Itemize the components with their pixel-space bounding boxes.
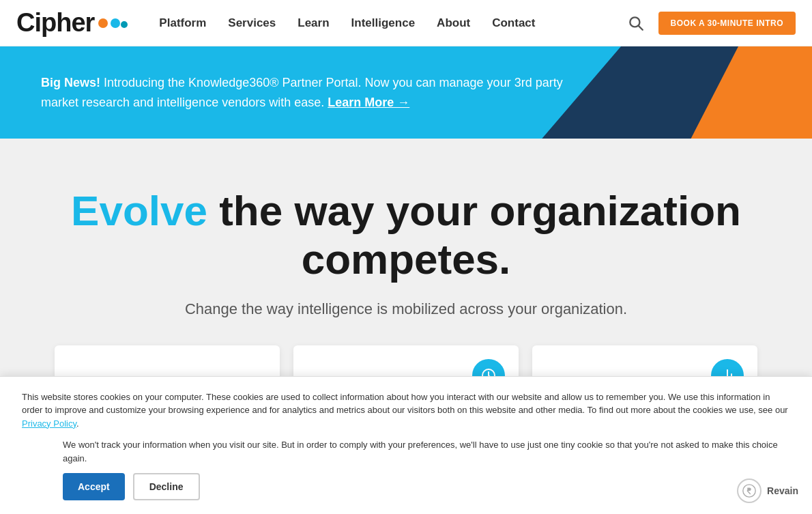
hero-headline-rest: the way your organization competes. [207,187,741,283]
dot-teal [121,21,128,28]
dot-orange [98,18,108,28]
search-icon [627,14,645,32]
svg-line-1 [638,25,642,29]
banner-bold: Big News! [41,76,100,89]
announcement-banner: Big News! Introducing the Knowledge360® … [0,46,812,139]
cta-button[interactable]: BOOK A 30-MINUTE INTRO [658,12,796,35]
banner-main: Introducing the Knowledge360® Partner Po… [41,76,563,109]
banner-text: Big News! Introducing the Knowledge360® … [41,73,600,113]
logo-text: Cipher [16,8,94,38]
nav-link-services[interactable]: Services [218,11,285,35]
dot-blue [111,18,120,28]
nav-link-learn[interactable]: Learn [288,11,338,35]
banner-learn-more-link[interactable]: Learn More → [328,96,409,109]
main-nav: Cipher Platform Services Learn Intellige… [0,0,812,46]
nav-links: Platform Services Learn Intelligence Abo… [149,11,624,35]
cookie-main-text: This website stores cookies on your comp… [22,390,790,426]
search-button[interactable] [624,12,648,35]
logo-dots [98,18,128,28]
nav-right: BOOK A 30-MINUTE INTRO [624,12,796,35]
logo[interactable]: Cipher [16,8,128,38]
nav-link-platform[interactable]: Platform [149,11,216,35]
cookie-text-main: This website stores cookies on your comp… [22,392,788,416]
hero-headline-colored: Evolve [71,187,207,234]
nav-link-intelligence[interactable]: Intelligence [342,11,425,35]
cookie-banner: This website stores cookies on your comp… [0,376,812,426]
nav-link-about[interactable]: About [427,11,480,35]
nav-link-contact[interactable]: Contact [482,11,545,35]
hero-headline: Evolve the way your organization compete… [27,186,785,284]
hero-subline: Change the way intelligence is mobilized… [27,300,785,318]
privacy-policy-link[interactable]: Privacy Policy [22,418,76,426]
